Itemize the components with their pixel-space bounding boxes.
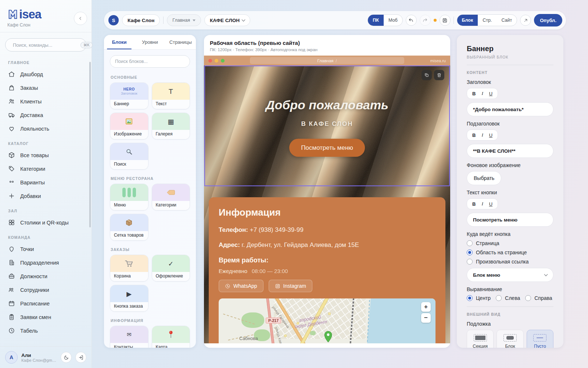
underline-button[interactable]: U bbox=[489, 201, 492, 207]
whatsapp-button[interactable]: WhatsApp bbox=[219, 280, 263, 292]
block-menu[interactable]: Меню bbox=[110, 184, 148, 210]
search-input[interactable] bbox=[13, 42, 78, 48]
hero-cta-button[interactable]: Посмотреть меню bbox=[289, 139, 365, 157]
logout-button[interactable] bbox=[75, 352, 86, 363]
save-button[interactable] bbox=[440, 15, 451, 26]
sidebar-item-delivery[interactable]: Доставка bbox=[0, 108, 92, 122]
map-zoom-in-button[interactable]: + bbox=[421, 302, 431, 312]
instagram-button[interactable]: Instagram bbox=[269, 280, 312, 292]
sidebar-item-orders[interactable]: Заказы bbox=[0, 81, 92, 95]
link-option-area[interactable]: Область на странице bbox=[467, 250, 553, 255]
bold-button[interactable]: B bbox=[472, 132, 476, 138]
button-text-input[interactable] bbox=[467, 213, 553, 227]
block-banner[interactable]: HERO Заголовок Баннер bbox=[110, 82, 148, 109]
backdrop-option-block[interactable]: Блок bbox=[496, 330, 523, 348]
italic-button[interactable]: I bbox=[481, 132, 483, 138]
map-poi bbox=[284, 335, 287, 337]
site-dropdown[interactable]: КАФЕ СЛОН bbox=[204, 14, 250, 26]
blocks-panel-tabs: Блоки Уровни Страницы bbox=[104, 35, 196, 50]
sidebar-item-positions[interactable]: Должности bbox=[0, 269, 92, 283]
sidebar-item-employees[interactable]: Сотрудники bbox=[0, 283, 92, 297]
block-contacts[interactable]: ✉ Контакты bbox=[110, 326, 148, 348]
block-cart[interactable]: Корзина bbox=[110, 255, 148, 282]
block-search[interactable]: Поиск bbox=[110, 143, 148, 170]
sidebar-collapse-button[interactable] bbox=[74, 12, 87, 25]
workspace-pill[interactable]: Кафе Слон bbox=[122, 14, 160, 26]
sidebar-item-schedule[interactable]: Расписание bbox=[0, 297, 92, 310]
sidebar-item-variants[interactable]: Варианты bbox=[0, 176, 92, 189]
open-site-button[interactable] bbox=[520, 15, 531, 26]
block-order-button[interactable]: ▶ Кнопка заказа bbox=[110, 285, 148, 312]
sidebar-item-all-products[interactable]: Все товары bbox=[0, 148, 92, 162]
sidebar-item-addons[interactable]: Добавки bbox=[0, 189, 92, 203]
choose-background-button[interactable]: Выбрать bbox=[467, 171, 501, 185]
backdrop-option-section[interactable]: Секция bbox=[467, 330, 494, 348]
blocks-search[interactable] bbox=[110, 55, 190, 68]
bold-button[interactable]: B bbox=[472, 201, 476, 207]
underline-button[interactable]: U bbox=[489, 132, 492, 138]
map-marker-icon[interactable] bbox=[324, 331, 333, 343]
theme-toggle-button[interactable] bbox=[61, 352, 72, 363]
tab-pages[interactable]: Страницы bbox=[165, 35, 196, 49]
subheading-input[interactable] bbox=[467, 144, 553, 158]
whatsapp-icon bbox=[225, 283, 230, 289]
info-block[interactable]: Информация Телефон: +7 (938) 349-39-99 А… bbox=[209, 197, 445, 343]
sidebar-search[interactable]: ⌘K bbox=[5, 38, 86, 52]
preview-workspace: Рабочая область (превью сайта) ПК: 1200p… bbox=[204, 35, 450, 348]
block-map[interactable]: Карта bbox=[152, 326, 190, 348]
undo-button[interactable] bbox=[406, 15, 417, 26]
sidebar-nav: ГЛАВНОЕ Дашборд Заказы Клиенты Доставка … bbox=[0, 53, 92, 346]
link-option-custom[interactable]: Произвольная ссылка bbox=[467, 259, 553, 265]
sidebar-item-tables-qr[interactable]: Столики и QR-коды bbox=[0, 216, 92, 229]
sidebar-item-points[interactable]: Точки bbox=[0, 242, 92, 256]
align-center[interactable]: Центр bbox=[467, 295, 491, 301]
sidebar-scrollbar[interactable] bbox=[89, 62, 91, 227]
sidebar-item-label: Точки bbox=[20, 246, 34, 252]
address-bar[interactable]: Главная / bbox=[250, 57, 404, 64]
sidebar-item-label: Все товары bbox=[20, 152, 49, 158]
delete-block-button[interactable] bbox=[434, 70, 444, 80]
tab-layers[interactable]: Уровни bbox=[135, 35, 165, 49]
hero-block[interactable]: Добро пожаловать В КАФЕ СЛОН Посмотреть … bbox=[204, 66, 450, 186]
italic-button[interactable]: I bbox=[481, 91, 483, 96]
align-right[interactable]: Справа bbox=[525, 295, 552, 301]
scope-site[interactable]: Сайт bbox=[496, 15, 517, 26]
backdrop-option-empty[interactable]: Пусто bbox=[527, 330, 553, 348]
subheading-format-toolbar: B I U bbox=[467, 130, 498, 141]
block-categories[interactable]: Категории bbox=[152, 184, 190, 210]
block-product-grid[interactable]: Сетка товаров bbox=[110, 214, 148, 241]
blocks-search-input[interactable] bbox=[115, 59, 185, 64]
block-text[interactable]: T Текст bbox=[152, 82, 190, 109]
map-zoom-out-button[interactable]: − bbox=[421, 313, 431, 323]
block-checkout[interactable]: ✓ Оформление bbox=[152, 255, 190, 282]
page-dropdown[interactable]: Главная bbox=[167, 14, 201, 26]
target-block-select[interactable]: Блок меню bbox=[467, 268, 553, 282]
scope-page[interactable]: Стр. bbox=[478, 15, 496, 26]
heading-input[interactable] bbox=[467, 102, 553, 116]
traffic-lights bbox=[208, 59, 225, 63]
underline-button[interactable]: U bbox=[489, 91, 492, 96]
device-pc[interactable]: ПК bbox=[368, 15, 384, 26]
italic-button[interactable]: I bbox=[481, 201, 483, 207]
link-option-page[interactable]: Страница bbox=[467, 240, 553, 246]
sidebar-item-clients[interactable]: Клиенты bbox=[0, 95, 92, 108]
sidebar-item-dashboard[interactable]: Дашборд bbox=[0, 67, 92, 81]
sidebar-item-shift-requests[interactable]: Заявки смен bbox=[0, 310, 92, 324]
link-field-label: Куда ведёт кнопка bbox=[467, 231, 553, 237]
sidebar-item-departments[interactable]: Подразделения bbox=[0, 256, 92, 269]
block-gallery[interactable]: ▦ Галерея bbox=[152, 113, 190, 139]
backdrop-field-label: Подложка bbox=[467, 321, 553, 327]
align-left[interactable]: Слева bbox=[496, 295, 520, 301]
map-widget[interactable]: Р-217 улица Гагарина улица Кавказ городс… bbox=[219, 298, 435, 343]
tab-blocks[interactable]: Блоки bbox=[104, 35, 135, 49]
device-mobile[interactable]: Моб bbox=[384, 15, 402, 26]
sidebar-item-categories[interactable]: Категории bbox=[0, 162, 92, 176]
sidebar-item-loyalty[interactable]: Лояльность bbox=[0, 122, 92, 135]
publish-button[interactable]: Опубл. bbox=[534, 14, 562, 26]
redo-button[interactable] bbox=[420, 15, 431, 26]
bold-button[interactable]: B bbox=[472, 91, 476, 96]
sidebar-item-timesheet[interactable]: Табель bbox=[0, 324, 92, 337]
scope-block[interactable]: Блок bbox=[457, 15, 478, 26]
duplicate-block-button[interactable] bbox=[422, 70, 432, 80]
block-image[interactable]: Изображение bbox=[110, 113, 148, 139]
